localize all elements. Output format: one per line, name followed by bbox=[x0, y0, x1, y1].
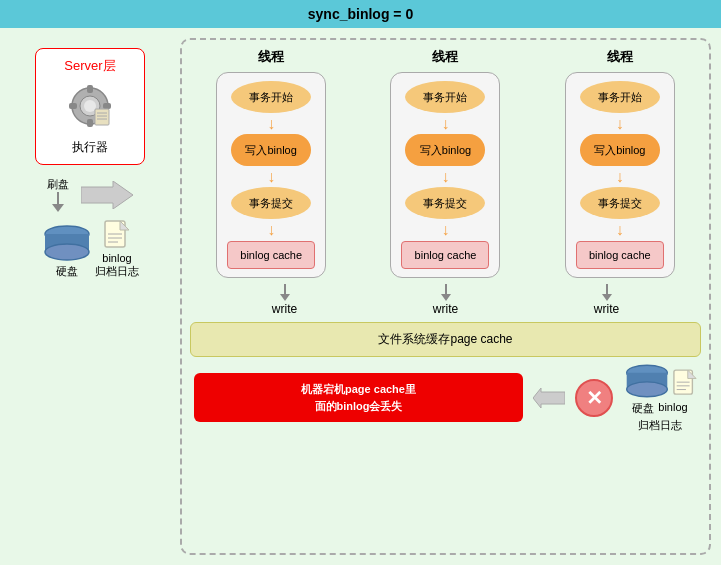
server-label: Server层 bbox=[52, 57, 128, 75]
bottom-disk-group bbox=[623, 363, 697, 399]
thread-1-column: 线程 事务开始 ↓ 写入binlog ↓ 事务提交 ↓ binlog cache bbox=[216, 48, 326, 278]
disk-group: 硬盘 binlog 归档日志 bbox=[41, 220, 139, 279]
svg-rect-3 bbox=[87, 119, 93, 127]
main-container: Server层 执行器 刷盘 bbox=[0, 28, 721, 565]
svg-point-26 bbox=[627, 381, 668, 396]
arrow-down-1b: ↓ bbox=[267, 167, 275, 186]
left-panel: Server层 执行器 刷盘 bbox=[10, 38, 170, 555]
bottom-row: 机器宕机page cache里面的binlog会丢失 ✕ bbox=[190, 363, 701, 433]
thread-3-start: 事务开始 bbox=[580, 81, 660, 113]
fs-cache-box: 文件系统缓存page cache bbox=[190, 322, 701, 357]
write-arrow-3 bbox=[602, 284, 612, 302]
write-arrow-2 bbox=[441, 284, 451, 302]
thread-3-commit: 事务提交 bbox=[580, 187, 660, 219]
binlog-doc-icon-bottom bbox=[673, 369, 697, 399]
write-arrows-row: write write write bbox=[190, 284, 701, 316]
arrow-down-2a: ↓ bbox=[441, 114, 449, 133]
binlog-doc-icon-left bbox=[104, 220, 130, 252]
flush-arrow-row: 刷盘 bbox=[10, 177, 170, 212]
svg-rect-4 bbox=[69, 103, 77, 109]
write-label-3: write bbox=[594, 302, 619, 316]
thread-1-box: 事务开始 ↓ 写入binlog ↓ 事务提交 ↓ binlog cache bbox=[216, 72, 326, 278]
svg-marker-13 bbox=[52, 204, 64, 212]
thread-2-commit: 事务提交 bbox=[405, 187, 485, 219]
svg-point-17 bbox=[45, 244, 89, 260]
thread-3-column: 线程 事务开始 ↓ 写入binlog ↓ 事务提交 ↓ binlog cache bbox=[565, 48, 675, 278]
thread-3-write: 写入binlog bbox=[580, 134, 660, 166]
thread-2-column: 线程 事务开始 ↓ 写入binlog ↓ 事务提交 ↓ binlog cache bbox=[390, 48, 500, 278]
write-label-1: write bbox=[272, 302, 297, 316]
server-box: Server层 执行器 bbox=[35, 48, 145, 165]
write-arrow-1 bbox=[280, 284, 290, 302]
flush-label: 刷盘 bbox=[47, 177, 69, 192]
svg-marker-23 bbox=[533, 388, 565, 408]
arrow-down-3a: ↓ bbox=[616, 114, 624, 133]
write-label-2: write bbox=[433, 302, 458, 316]
bottom-disk-icon bbox=[623, 363, 671, 399]
fs-cache-label: 文件系统缓存page cache bbox=[378, 332, 512, 346]
disk-icon bbox=[41, 224, 93, 262]
binlog-label-left: binlog bbox=[102, 252, 131, 264]
threads-row: 线程 事务开始 ↓ 写入binlog ↓ 事务提交 ↓ binlog cache… bbox=[190, 48, 701, 278]
bottom-archive-label: 归档日志 bbox=[638, 418, 682, 433]
thread-1-start: 事务开始 bbox=[231, 81, 311, 113]
arrow-down-1a: ↓ bbox=[267, 114, 275, 133]
warning-text: 机器宕机page cache里面的binlog会丢失 bbox=[301, 383, 416, 412]
archive-log-label-left: 归档日志 bbox=[95, 264, 139, 279]
x-circle-icon: ✕ bbox=[575, 379, 613, 417]
warning-box: 机器宕机page cache里面的binlog会丢失 bbox=[194, 373, 523, 422]
svg-rect-8 bbox=[95, 109, 109, 125]
thread-3-label: 线程 bbox=[607, 48, 633, 66]
flush-down-icon bbox=[48, 192, 68, 212]
top-bar: sync_binlog = 0 bbox=[0, 0, 721, 28]
thread-1-commit: 事务提交 bbox=[231, 187, 311, 219]
thread-1-label: 线程 bbox=[258, 48, 284, 66]
bottom-disk-label: 硬盘 bbox=[632, 401, 654, 416]
thread-1-write: 写入binlog bbox=[231, 134, 311, 166]
bottom-binlog-label: binlog bbox=[658, 401, 687, 416]
arrow-down-1c: ↓ bbox=[267, 220, 275, 239]
arrow-down-2b: ↓ bbox=[441, 167, 449, 186]
arrow-down-3c: ↓ bbox=[616, 220, 624, 239]
arrow-down-3b: ↓ bbox=[616, 167, 624, 186]
thread-2-write: 写入binlog bbox=[405, 134, 485, 166]
arrow-down-2c: ↓ bbox=[441, 220, 449, 239]
svg-marker-14 bbox=[81, 181, 133, 209]
svg-rect-5 bbox=[103, 103, 111, 109]
svg-point-7 bbox=[84, 100, 96, 112]
executor-label: 执行器 bbox=[52, 139, 128, 156]
big-right-arrow-icon bbox=[81, 181, 133, 209]
thread-2-box: 事务开始 ↓ 写入binlog ↓ 事务提交 ↓ binlog cache bbox=[390, 72, 500, 278]
thread-3-box: 事务开始 ↓ 写入binlog ↓ 事务提交 ↓ binlog cache bbox=[565, 72, 675, 278]
thread-3-cache: binlog cache bbox=[576, 241, 664, 269]
thread-1-cache: binlog cache bbox=[227, 241, 315, 269]
thread-2-start: 事务开始 bbox=[405, 81, 485, 113]
thread-2-label: 线程 bbox=[432, 48, 458, 66]
thread-2-cache: binlog cache bbox=[401, 241, 489, 269]
right-panel: 线程 事务开始 ↓ 写入binlog ↓ 事务提交 ↓ binlog cache… bbox=[180, 38, 711, 555]
sync-binlog-label: sync_binlog = 0 bbox=[308, 6, 413, 22]
disk-label: 硬盘 bbox=[56, 264, 78, 279]
gear-icon bbox=[65, 81, 115, 131]
svg-rect-2 bbox=[87, 85, 93, 93]
left-arrow-icon bbox=[533, 388, 565, 408]
